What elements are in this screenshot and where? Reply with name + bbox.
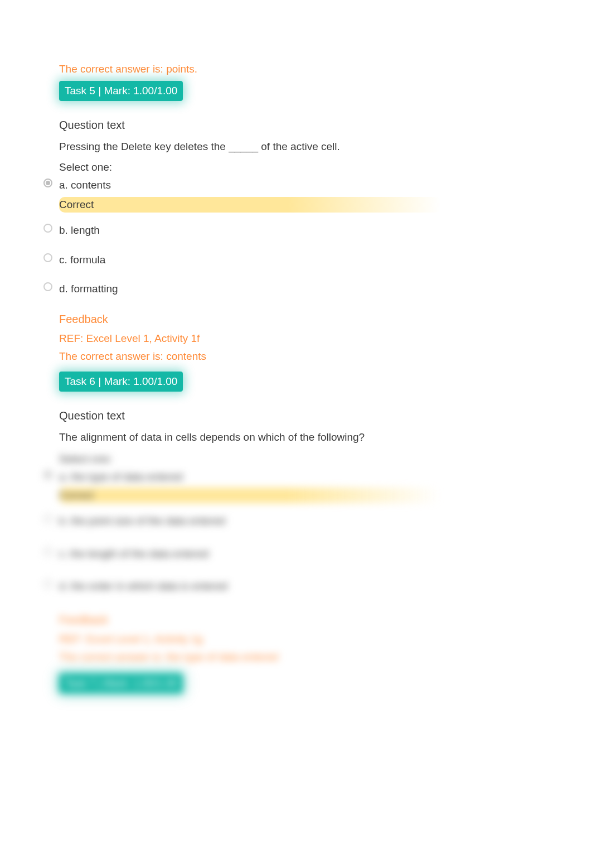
option-a-label: a. the type of data entered <box>59 471 183 483</box>
select-one-label: Select one: <box>59 160 560 176</box>
radio-icon[interactable] <box>43 253 52 262</box>
feedback-ref: REF: Excel Level 1, Activity 1f <box>59 331 560 347</box>
option-a-label: a. contents <box>59 179 111 191</box>
option-b-label: b. the point size of the data entered <box>59 515 225 527</box>
feedback-answer: The correct answer is: the type of data … <box>59 649 560 666</box>
radio-icon[interactable] <box>43 580 52 589</box>
radio-icon[interactable] <box>43 224 52 233</box>
question-text: The alignment of data in cells depends o… <box>59 430 560 446</box>
feedback-heading: Feedback <box>59 311 560 327</box>
prior-correct-answer: The correct answer is: points. <box>59 61 560 78</box>
task-5-badge: Task 5 | Mark: 1.00/1.00 <box>59 81 183 102</box>
option-c-row: c. the length of the data entered <box>59 546 560 562</box>
radio-icon[interactable] <box>43 282 52 291</box>
option-c-row: c. formula <box>59 252 560 268</box>
option-c-label: c. the length of the data entered <box>59 548 208 560</box>
task-5-block: Task 5 | Mark: 1.00/1.00 Question text P… <box>59 81 560 365</box>
option-b-row: b. the point size of the data entered <box>59 513 560 529</box>
option-c-label: c. formula <box>59 254 105 266</box>
feedback-ref: REF: Excel Level 1, Activity 1g <box>59 631 560 648</box>
option-b-row: b. length <box>59 223 560 239</box>
option-a-row: a. the type of data entered <box>59 469 560 485</box>
option-b-label: b. length <box>59 224 100 236</box>
option-d-row: d. formatting <box>59 281 560 297</box>
task-7-badge: Task 7 | Mark: 1.00/1.00 <box>59 673 183 694</box>
correct-highlight: Correct <box>59 197 441 213</box>
correct-highlight: Correct <box>59 488 441 504</box>
task-6-block: Task 6 | Mark: 1.00/1.00 Question text T… <box>59 372 560 704</box>
option-d-label: d. formatting <box>59 283 118 295</box>
quiz-page: The correct answer is: points. Task 5 | … <box>0 0 592 731</box>
question-text-heading: Question text <box>59 117 560 133</box>
blurred-preview: Select one: a. the type of data entered … <box>59 451 560 704</box>
radio-icon[interactable] <box>43 179 52 187</box>
radio-icon[interactable] <box>43 514 52 523</box>
option-a-row: a. contents <box>59 177 560 194</box>
radio-icon[interactable] <box>43 547 52 556</box>
question-text-heading: Question text <box>59 407 560 424</box>
select-one-label: Select one: <box>59 451 560 467</box>
task-6-badge: Task 6 | Mark: 1.00/1.00 <box>59 372 183 392</box>
option-d-label: d. the order in which data is entered <box>59 580 227 592</box>
option-d-row: d. the order in which data is entered <box>59 578 560 595</box>
question-text: Pressing the Delete key deletes the ____… <box>59 139 560 155</box>
radio-icon[interactable] <box>43 470 52 479</box>
content-column: The correct answer is: points. Task 5 | … <box>59 61 560 703</box>
feedback-heading: Feedback <box>59 611 560 628</box>
feedback-answer: The correct answer is: contents <box>59 349 560 365</box>
